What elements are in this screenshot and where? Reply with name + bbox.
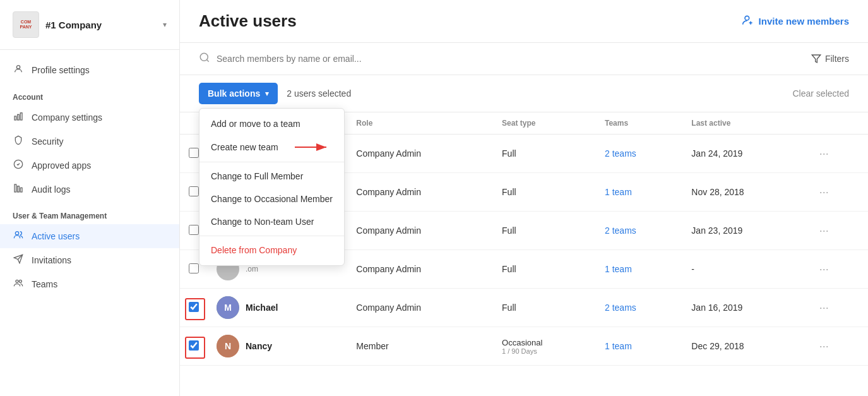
arrow-annotation [295,141,333,153]
checkbox-wrapper [189,148,199,160]
user-last-active: Jan 23, 2019 [682,212,806,250]
user-role: Company Admin [347,173,493,212]
avatar: N [217,335,239,357]
sidebar-item-company-settings[interactable]: Company settings [0,105,179,129]
checkbox-wrapper [189,263,199,275]
sidebar-item-invitations[interactable]: Invitations [0,248,179,272]
user-role: Company Admin [347,135,493,173]
table-row: N Nancy Member Occasional 1 / 90 Days [180,327,868,366]
check-circle-icon [13,159,24,172]
more-actions-button[interactable]: ··· [816,339,833,354]
send-icon [13,254,24,267]
teams-link[interactable]: 2 teams [605,148,636,159]
checkbox-cell[interactable] [180,289,208,327]
dropdown-item-change-occasional[interactable]: Change to Occasional Member [199,188,344,210]
user-teams: 2 teams [596,135,682,173]
teams-link[interactable]: 1 team [605,341,632,351]
svg-point-0 [16,66,20,69]
row-checkbox[interactable] [189,186,199,196]
avatar: M [217,296,239,319]
user-cell: N Nancy [208,327,347,366]
profile-settings-label: Profile settings [32,65,90,75]
user-cell: M Michael [208,289,347,327]
row-checkbox[interactable] [189,340,199,351]
company-selector[interactable]: COMPANY #1 Company ▾ [0,0,179,50]
svg-rect-7 [20,188,22,192]
user-seat: Full [493,173,596,212]
user-seat: Occasional 1 / 90 Days [493,327,596,366]
svg-rect-3 [20,113,22,120]
audit-icon [13,183,24,196]
user-last-active: Jan 16, 2019 [682,289,806,327]
user-role: Company Admin [347,289,493,327]
page-header: Active users Invite new members [180,0,868,43]
user-last-active: - [682,250,806,289]
chevron-down-icon: ▾ [265,90,269,98]
user-role: Company Admin [347,212,493,250]
row-checkbox[interactable] [189,302,199,312]
account-section-label: Account [0,83,179,105]
dropdown-item-create-new-team[interactable]: Create new team [199,135,344,159]
sidebar-nav: Profile settings Account Company setting… [0,50,179,396]
user-seat: Full [493,212,596,250]
more-actions-cell: ··· [807,135,868,173]
teams-link[interactable]: 1 team [605,187,632,197]
company-logo: COMPANY [13,11,39,38]
sidebar-item-profile[interactable]: Profile settings [0,57,179,83]
bulk-actions-dropdown: Add or move to a team Create new team C [199,108,345,266]
checkbox-cell[interactable] [180,327,208,366]
row-checkbox[interactable] [189,225,199,235]
svg-point-12 [19,280,21,282]
user-name: Michael [246,303,278,313]
more-actions-cell: ··· [807,289,868,327]
search-bar: Filters [180,43,868,75]
user-teams: 1 team [596,250,682,289]
security-label: Security [32,136,64,147]
filters-button[interactable]: Filters [811,54,849,64]
svg-line-17 [206,59,208,61]
svg-text:M: M [224,303,232,313]
sidebar-item-approved-apps[interactable]: Approved apps [0,153,179,177]
dropdown-item-change-nonteam[interactable]: Change to Non-team User [199,210,344,233]
shield-icon [13,135,24,148]
more-actions-button[interactable]: ··· [816,223,833,239]
selected-count: 2 users selected [287,88,351,99]
dropdown-item-change-full[interactable]: Change to Full Member [199,165,344,188]
teams-link[interactable]: 1 team [605,264,632,274]
active-users-label: Active users [32,231,80,241]
dropdown-item-delete[interactable]: Delete from Company [199,239,344,261]
page-title: Active users [199,11,297,31]
search-input[interactable] [217,54,805,64]
teams-link[interactable]: 2 teams [605,225,636,236]
user-seat: Full [493,135,596,173]
main-content: Active users Invite new members Filters … [180,0,868,396]
sidebar-item-security[interactable]: Security [0,129,179,153]
row-checkbox[interactable] [189,263,199,273]
sidebar-item-teams[interactable]: Teams [0,272,179,296]
bulk-actions-label: Bulk actions [208,88,260,99]
more-actions-cell: ··· [807,173,868,212]
svg-point-8 [15,232,18,235]
more-actions-button[interactable]: ··· [816,184,833,200]
more-actions-button[interactable]: ··· [816,300,833,316]
user-last-active: Jan 24, 2019 [682,135,806,173]
invite-new-members-button[interactable]: Invite new members [742,14,849,28]
company-name: #1 Company [45,20,157,30]
sidebar-item-audit-logs[interactable]: Audit logs [0,177,179,201]
seat-type-text: Occasional [502,338,587,347]
user-seat: Full [493,250,596,289]
invitations-label: Invitations [32,255,71,265]
svg-rect-5 [15,184,16,192]
checkbox-wrapper [189,225,199,237]
dropdown-item-add-move-team[interactable]: Add or move to a team [199,112,344,135]
teams-link[interactable]: 2 teams [605,303,636,313]
bulk-actions-button[interactable]: Bulk actions ▾ [199,83,278,104]
sidebar-item-active-users[interactable]: Active users [0,224,179,248]
clear-selected-button[interactable]: Clear selected [793,88,850,99]
more-actions-button[interactable]: ··· [816,261,833,277]
row-checkbox[interactable] [189,148,199,158]
user-last-active: Nov 28, 2018 [682,173,806,212]
svg-rect-2 [18,114,20,120]
more-actions-button[interactable]: ··· [816,146,833,162]
seat-type-sub: 1 / 90 Days [502,347,587,355]
